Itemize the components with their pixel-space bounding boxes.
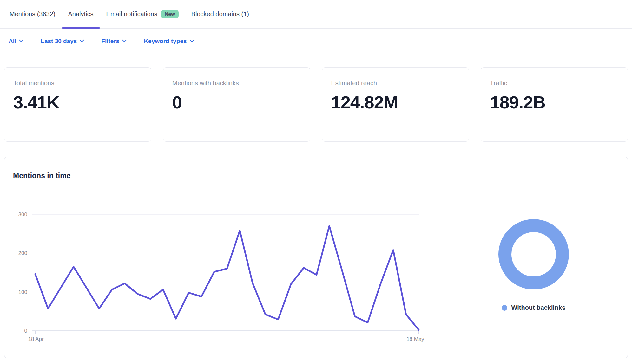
dropdown-label: Keyword types [144, 38, 187, 45]
stat-label: Mentions with backlinks [172, 80, 301, 87]
dropdown-label: Last 30 days [41, 38, 77, 45]
mentions-line-chart: 010020030018 Apr18 May [4, 195, 439, 358]
analytics-page: Mentions (3632)AnalyticsEmail notificati… [0, 0, 632, 364]
mentions-series-line [35, 226, 419, 330]
stat-value: 189.2B [490, 92, 619, 113]
tab-blocked-domains-1[interactable]: Blocked domains (1) [185, 0, 255, 28]
dropdown-label: Filters [101, 38, 119, 45]
chart-card-body: 010020030018 Apr18 May Without backlinks [4, 195, 628, 358]
stat-card-total-mentions: Total mentions3.41K [4, 67, 151, 142]
line-chart-panel: 010020030018 Apr18 May [4, 195, 439, 358]
dropdown-keyword-types[interactable]: Keyword types [144, 38, 193, 45]
y-axis-label: 200 [18, 250, 27, 256]
chart-card-header: Mentions in time [4, 157, 628, 195]
y-axis-label: 300 [18, 211, 27, 218]
backlinks-donut-chart [498, 219, 569, 289]
legend-label: Without backlinks [511, 304, 566, 311]
donut-chart-panel: Without backlinks [439, 195, 628, 358]
chevron-down-icon [19, 38, 23, 42]
stat-card-mentions-with-backlinks: Mentions with backlinks0 [163, 67, 310, 142]
y-axis-label: 100 [18, 289, 27, 295]
dropdown-last-30-days[interactable]: Last 30 days [41, 38, 83, 45]
tab-label: Blocked domains (1) [191, 10, 249, 18]
legend-item-without-backlinks: Without backlinks [502, 304, 566, 311]
x-axis-label: 18 May [406, 336, 424, 342]
chevron-down-icon [189, 38, 194, 42]
tab-mentions-3632[interactable]: Mentions (3632) [3, 0, 62, 28]
tab-label: Email notifications [106, 10, 157, 18]
stat-card-traffic: Traffic189.2B [481, 67, 628, 142]
tab-label: Analytics [68, 10, 94, 18]
legend-dot-icon [502, 305, 507, 311]
filter-bar: AllLast 30 daysFiltersKeyword types [9, 36, 632, 47]
chevron-down-icon [80, 38, 84, 42]
stat-card-estimated-reach: Estimated reach124.82M [322, 67, 469, 142]
stat-label: Estimated reach [331, 80, 460, 87]
stat-value: 3.41K [13, 92, 142, 113]
stat-label: Traffic [490, 80, 619, 87]
mentions-in-time-card: Mentions in time 010020030018 Apr18 May … [4, 157, 628, 358]
tab-email-notifications[interactable]: Email notificationsNew [100, 0, 185, 28]
y-axis-label: 0 [24, 328, 27, 334]
stat-value: 124.82M [331, 92, 460, 113]
dropdown-filters[interactable]: Filters [101, 38, 126, 45]
tab-bar: Mentions (3632)AnalyticsEmail notificati… [0, 0, 632, 29]
new-badge: New [161, 10, 179, 18]
x-axis-label: 18 Apr [28, 336, 43, 342]
dropdown-all[interactable]: All [9, 38, 23, 45]
chevron-down-icon [122, 38, 127, 42]
stat-value: 0 [172, 92, 301, 113]
chart-title: Mentions in time [13, 172, 628, 180]
tab-label: Mentions (3632) [10, 10, 56, 18]
stat-label: Total mentions [13, 80, 142, 87]
stat-cards: Total mentions3.41KMentions with backlin… [4, 67, 628, 142]
tab-analytics[interactable]: Analytics [62, 0, 100, 28]
dropdown-label: All [9, 38, 16, 45]
